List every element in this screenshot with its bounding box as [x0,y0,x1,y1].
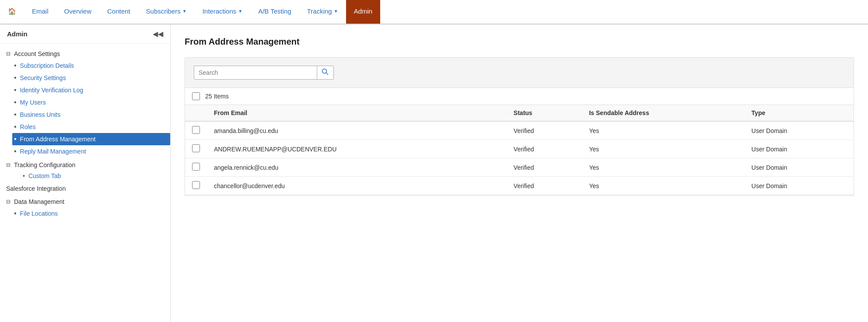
data-management-label: Data Management [14,198,64,205]
row-checkbox[interactable] [192,144,200,152]
sidebar-item-identity-verification-log[interactable]: Identity Verification Log [14,84,170,96]
table-count: 25 Items [205,93,229,100]
sidebar-group-tracking-configuration-header[interactable]: ⊟ Tracking Configuration [0,159,170,171]
table-col-from-email: From Email [207,105,507,121]
row-status: Verified [507,158,582,177]
row-is-sendable: Yes [582,121,744,140]
sidebar-group-data-management: ⊟ Data Management File Locations [0,196,170,220]
row-type: User Domain [745,177,854,195]
table-row: angela.rennick@cu.edu Verified Yes User … [185,158,854,177]
search-icon [322,68,329,75]
data-management-items: File Locations [0,207,170,220]
row-email: ANDREW.RUEMENAPP@UCDENVER.EDU [207,140,507,158]
row-email: angela.rennick@cu.edu [207,158,507,177]
sidebar-group-account-settings: ⊟ Account Settings Subscription Details … [0,48,170,158]
sidebar-group-account-settings-header[interactable]: ⊟ Account Settings [0,48,170,60]
home-button[interactable]: 🏠 [0,0,24,24]
row-status: Verified [507,177,582,195]
main-content: From Address Management 25 I [171,24,868,322]
row-status: Verified [507,140,582,158]
row-checkbox-cell [185,177,207,195]
row-checkbox-cell [185,140,207,158]
sidebar-group-tracking-configuration: ⊟ Tracking Configuration Custom Tab [0,159,170,181]
sidebar-group-salesforce-header[interactable]: Salesforce Integration [0,183,170,194]
nav-item-subscribers[interactable]: Subscribers ▼ [138,0,195,24]
sidebar-item-business-units[interactable]: Business Units [14,108,170,121]
sidebar-item-my-users[interactable]: My Users [14,96,170,108]
row-checkbox-cell [185,158,207,177]
interactions-dropdown-arrow: ▼ [238,9,242,14]
sidebar: Admin ◀◀ ⊟ Account Settings Subscription… [0,24,171,322]
page-title: From Address Management [185,37,854,47]
nav-item-content[interactable]: Content [99,0,138,24]
sidebar-section: ⊟ Account Settings Subscription Details … [0,44,170,224]
data-management-expand-icon: ⊟ [6,199,10,205]
row-is-sendable: Yes [582,158,744,177]
top-navigation: 🏠 Email Overview Content Subscribers ▼ I… [0,0,868,24]
search-input[interactable] [194,66,317,79]
row-checkbox-cell [185,121,207,140]
account-settings-expand-icon: ⊟ [6,51,10,57]
nav-item-ab-testing[interactable]: A/B Testing [250,0,299,24]
row-checkbox[interactable] [192,163,200,171]
select-all-checkbox[interactable] [192,92,200,100]
row-email: amanda.billing@cu.edu [207,121,507,140]
nav-item-admin[interactable]: Admin [346,0,381,24]
search-bar-container [185,57,854,88]
sidebar-item-reply-mail-management[interactable]: Reply Mail Management [14,145,170,158]
table-body: amanda.billing@cu.edu Verified Yes User … [185,121,854,195]
nav-item-tracking[interactable]: Tracking ▼ [299,0,346,24]
sidebar-item-file-locations[interactable]: File Locations [14,207,170,220]
tracking-config-expand-icon: ⊟ [6,162,10,168]
data-table: From Email Status Is Sendable Address Ty… [185,105,854,195]
row-type: User Domain [745,121,854,140]
table-header: From Email Status Is Sendable Address Ty… [185,105,854,121]
tracking-sub-items: Custom Tab [14,171,170,181]
tracking-configuration-label: Tracking Configuration [14,161,75,168]
search-input-wrapper [194,66,334,80]
row-checkbox[interactable] [192,126,200,134]
svg-line-1 [326,73,328,75]
nav-item-interactions[interactable]: Interactions ▼ [195,0,250,24]
nav-item-email[interactable]: Email [24,0,56,24]
sidebar-group-data-management-header[interactable]: ⊟ Data Management [0,196,170,207]
row-email: chancellor@ucdenver.edu [207,177,507,195]
account-settings-label: Account Settings [14,50,60,57]
search-bar [194,66,845,80]
table-row: ANDREW.RUEMENAPP@UCDENVER.EDU Verified Y… [185,140,854,158]
sidebar-item-custom-tab[interactable]: Custom Tab [23,171,170,181]
nav-item-overview[interactable]: Overview [56,0,100,24]
row-is-sendable: Yes [582,177,744,195]
sidebar-item-from-address-management[interactable]: From Address Management [12,133,170,145]
tracking-configuration-items: Custom Tab [0,171,170,181]
row-is-sendable: Yes [582,140,744,158]
sidebar-group-salesforce-integration: Salesforce Integration [0,183,170,194]
sidebar-item-roles[interactable]: Roles [14,121,170,133]
sidebar-item-subscription-details[interactable]: Subscription Details [14,60,170,72]
subscribers-dropdown-arrow: ▼ [182,9,187,14]
table-container: 25 Items From Email Status Is Sendable A… [185,88,854,196]
sidebar-title: Admin [7,30,28,38]
table-col-status: Status [507,105,582,121]
table-col-type: Type [745,105,854,121]
account-settings-items: Subscription Details Security Settings I… [0,60,170,158]
row-status: Verified [507,121,582,140]
table-row: amanda.billing@cu.edu Verified Yes User … [185,121,854,140]
row-type: User Domain [745,158,854,177]
table-col-is-sendable: Is Sendable Address [582,105,744,121]
table-info-row: 25 Items [185,88,854,105]
sidebar-item-security-settings[interactable]: Security Settings [14,72,170,84]
row-type: User Domain [745,140,854,158]
sidebar-collapse-button[interactable]: ◀◀ [153,30,163,38]
main-layout: Admin ◀◀ ⊟ Account Settings Subscription… [0,24,868,322]
salesforce-integration-label: Salesforce Integration [6,185,66,192]
table-row: chancellor@ucdenver.edu Verified Yes Use… [185,177,854,195]
table-col-checkbox [185,105,207,121]
search-button[interactable] [317,66,333,79]
tracking-dropdown-arrow: ▼ [334,9,338,14]
sidebar-header: Admin ◀◀ [0,24,170,44]
row-checkbox[interactable] [192,181,200,189]
